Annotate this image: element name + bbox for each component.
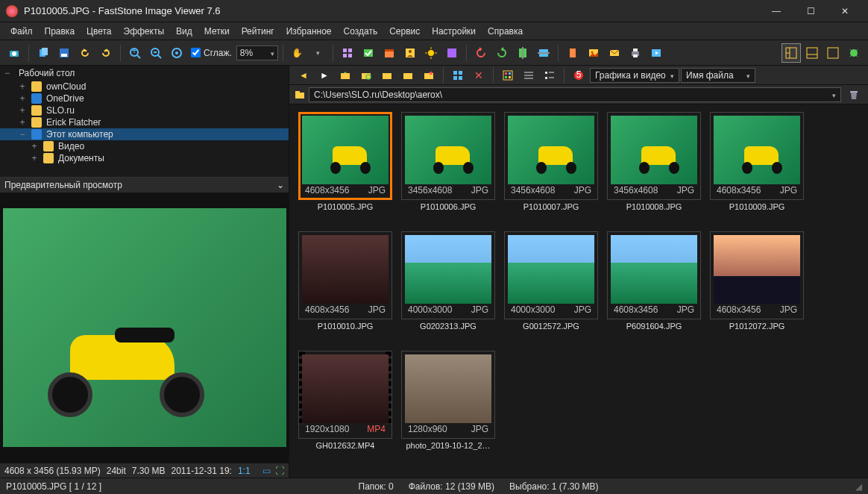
- view-mode-thumbnails[interactable]: [781, 43, 801, 63]
- menu-цвета[interactable]: Цвета: [81, 25, 117, 38]
- zoom-combo[interactable]: 8%: [236, 46, 278, 60]
- thumbnail[interactable]: 4608x3456JPGP1012072.JPG: [708, 231, 805, 343]
- tree-item[interactable]: +OneDrive: [0, 93, 289, 104]
- hand-icon[interactable]: ✋: [288, 43, 307, 63]
- thumbnail[interactable]: 4000x3000JPGG0012572.JPG: [503, 231, 600, 343]
- tree-item[interactable]: +ownCloud: [0, 81, 289, 93]
- preview-header[interactable]: Предварительный просмотр ⌄: [0, 178, 289, 193]
- tool-contact-icon[interactable]: [400, 43, 420, 63]
- view-mode-fullscreen[interactable]: [844, 43, 864, 63]
- thumbnails-grid[interactable]: 4608x3456JPGP1010005.JPG3456x4608JPGP101…: [289, 104, 868, 478]
- folder-fav-icon[interactable]: [419, 66, 438, 85]
- smooth-checkbox[interactable]: Сглаж.: [191, 48, 232, 58]
- svg-rect-41: [633, 54, 638, 57]
- main-toolbar: + Сглаж. 8% ✋: [0, 40, 868, 66]
- tag-icon[interactable]: [563, 43, 582, 63]
- tool-batch-icon[interactable]: [359, 43, 378, 63]
- collapse-icon[interactable]: ⌄: [277, 180, 284, 190]
- monitor-icon[interactable]: ▭: [262, 466, 271, 476]
- print-icon[interactable]: [626, 43, 645, 63]
- nav-back-icon[interactable]: ◄: [294, 66, 313, 85]
- filter-combo[interactable]: Графика и видео: [590, 68, 679, 83]
- thumbnail[interactable]: 4000x3000JPGG0202313.JPG: [400, 231, 497, 343]
- flip-v-icon[interactable]: [534, 43, 553, 63]
- tool-brightness-icon[interactable]: [421, 43, 441, 63]
- tool-calendar-icon[interactable]: [380, 43, 399, 63]
- nav-forward-icon[interactable]: ►: [315, 66, 334, 85]
- view-details-icon[interactable]: [540, 66, 559, 85]
- zoom-actual-icon[interactable]: [167, 43, 186, 63]
- select-all-icon[interactable]: [448, 66, 468, 85]
- svg-rect-40: [633, 49, 638, 51]
- svg-rect-33: [539, 54, 548, 57]
- tag-filter-icon[interactable]: 5: [569, 66, 588, 85]
- menu-метки[interactable]: Метки: [198, 25, 236, 38]
- menu-файл[interactable]: Файл: [4, 25, 39, 38]
- preview-pane[interactable]: [0, 193, 289, 463]
- folder-new-icon[interactable]: [377, 66, 397, 85]
- thumbnail[interactable]: 1920x1080MP4GH012632.MP4: [297, 351, 394, 463]
- folder-up-icon[interactable]: [336, 66, 355, 85]
- menu-справка[interactable]: Справка: [482, 25, 529, 38]
- tree-item[interactable]: +Erick Flatcher: [0, 116, 289, 128]
- tool-grid-icon[interactable]: [338, 43, 357, 63]
- tree-item[interactable]: −Этот компьютер: [0, 128, 289, 140]
- tree-item[interactable]: +SLO.ru: [0, 104, 289, 116]
- folder-open-icon[interactable]: [398, 66, 418, 85]
- menu-рейтинг[interactable]: Рейтинг: [236, 25, 280, 38]
- path-bar: C:\Users\SLO.ru\Desktop\aerox\: [289, 85, 868, 104]
- menu-правка[interactable]: Правка: [39, 25, 81, 38]
- menu-сервис[interactable]: Сервис: [383, 25, 426, 38]
- tool-palette-icon[interactable]: [442, 43, 462, 63]
- email-icon[interactable]: [605, 43, 624, 63]
- menu-настройки[interactable]: Настройки: [426, 25, 482, 38]
- menu-создать[interactable]: Создать: [338, 25, 384, 38]
- tree-item[interactable]: +Документы: [0, 152, 289, 164]
- trash-icon[interactable]: [844, 85, 864, 104]
- title-bar: P1010005.JPG - FastStone Image Viewer 7.…: [0, 0, 868, 22]
- folder-tree[interactable]: − Рабочий стол +ownCloud+OneDrive+SLO.ru…: [0, 66, 289, 178]
- expand-icon[interactable]: ⛶: [275, 466, 284, 476]
- thumbnail[interactable]: 4608x3456JPGP1010005.JPG: [297, 112, 394, 224]
- thumbnail[interactable]: 4608x3456JPGP1010009.JPG: [708, 112, 805, 224]
- wallpaper-icon[interactable]: [584, 43, 603, 63]
- thumbnail[interactable]: 53456x4608JPGP1010008.JPG: [606, 112, 702, 224]
- menu-избранное[interactable]: Избранное: [280, 25, 338, 38]
- thumbnail[interactable]: 4608x3456JPGP1010010.JPG: [297, 231, 394, 343]
- rotate-left-icon[interactable]: [471, 43, 491, 63]
- redo-icon[interactable]: [96, 43, 116, 63]
- save-icon[interactable]: [54, 43, 74, 63]
- flip-h-icon[interactable]: [513, 43, 532, 63]
- menu-эффекты[interactable]: Эффекты: [118, 25, 171, 38]
- hand-dropdown[interactable]: [309, 43, 328, 63]
- view-mode-filmstrip[interactable]: [802, 43, 822, 63]
- svg-rect-75: [295, 91, 300, 93]
- delete-icon[interactable]: ✕: [469, 66, 488, 85]
- svg-rect-53: [383, 73, 391, 79]
- folder-refresh-icon[interactable]: [356, 66, 376, 85]
- thumbnail[interactable]: 3456x4608JPGP1010007.JPG: [503, 112, 600, 224]
- zoom-in-icon[interactable]: +: [125, 43, 145, 63]
- view-mode-single[interactable]: [823, 43, 843, 63]
- close-button[interactable]: ✕: [828, 0, 862, 22]
- rotate-right-icon[interactable]: [492, 43, 512, 63]
- thumbnail[interactable]: 3456x4608JPGP1010006.JPG: [400, 112, 497, 224]
- tree-item[interactable]: +Видео: [0, 140, 289, 152]
- slideshow-icon[interactable]: [647, 43, 666, 63]
- view-list-icon[interactable]: [519, 66, 538, 85]
- view-large-icon[interactable]: [498, 66, 518, 85]
- tree-header[interactable]: − Рабочий стол: [0, 66, 289, 81]
- thumbnail[interactable]: 4608x3456JPGP6091604.JPG: [606, 231, 702, 343]
- maximize-button[interactable]: ☐: [793, 0, 828, 22]
- path-combo[interactable]: C:\Users\SLO.ru\Desktop\aerox\: [309, 87, 841, 102]
- camera-icon[interactable]: [4, 43, 24, 63]
- zoom-out-icon[interactable]: [146, 43, 166, 63]
- thumbnail[interactable]: 1280x960JPGphoto_2019-10-12_2…: [400, 351, 497, 463]
- svg-rect-74: [295, 93, 304, 99]
- resize-grip-icon[interactable]: ◢: [855, 481, 862, 492]
- undo-icon[interactable]: [75, 43, 95, 63]
- sort-combo[interactable]: Имя файла: [681, 68, 755, 83]
- minimize-button[interactable]: —: [759, 0, 793, 22]
- menu-вид[interactable]: Вид: [170, 25, 198, 38]
- copy-icon[interactable]: [34, 43, 53, 63]
